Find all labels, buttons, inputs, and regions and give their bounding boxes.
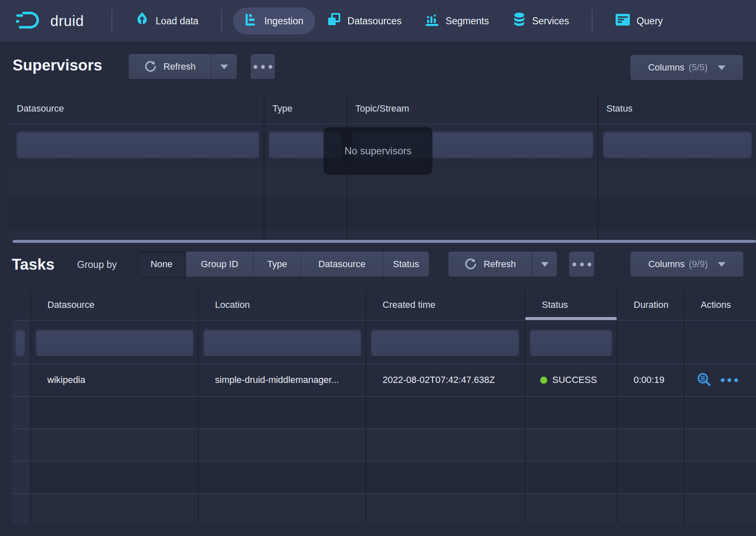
column-divider: [264, 93, 264, 240]
column-header-actions[interactable]: Actions: [684, 289, 756, 320]
group-by-label: Group by: [77, 259, 117, 271]
nav-divider: [592, 10, 593, 32]
task-detail-search-icon[interactable]: [696, 372, 712, 388]
column-header-type[interactable]: Type: [264, 93, 347, 124]
created-time-filter-input[interactable]: [371, 329, 519, 356]
chevron-down-icon: [220, 65, 228, 69]
chevron-down-icon: [718, 262, 725, 267]
nav-label: Load data: [155, 16, 198, 27]
location-cell[interactable]: simple-druid-middlemanager...: [198, 364, 366, 396]
segments-icon: [425, 13, 439, 29]
refresh-icon: [464, 258, 477, 271]
ingestion-icon: [245, 13, 258, 29]
duration-cell[interactable]: 0:00:19: [617, 364, 684, 396]
nav-item-ingestion[interactable]: Ingestion: [233, 8, 315, 34]
column-divider: [684, 289, 684, 523]
hidden-column-filter-input[interactable]: [15, 329, 25, 356]
datasource-filter-input[interactable]: [36, 329, 194, 356]
column-divider: [365, 289, 366, 523]
table-row: [8, 198, 756, 230]
supervisors-refresh-button[interactable]: Refresh: [129, 54, 211, 79]
druid-console: druid Load data Ingestion: [0, 0, 756, 536]
nav-label: Query: [637, 16, 663, 27]
column-divider: [598, 93, 598, 240]
query-icon: [615, 13, 630, 29]
nav-label: Segments: [445, 16, 489, 27]
top-nav: druid Load data Ingestion: [0, 0, 756, 42]
column-header-status[interactable]: Status: [525, 289, 617, 320]
druid-logo-icon: [16, 10, 44, 32]
status-filter-input[interactable]: [603, 131, 752, 158]
no-supervisors-message: No supervisors: [324, 127, 432, 175]
tasks-refresh-button[interactable]: Refresh: [448, 252, 532, 277]
tasks-more-button[interactable]: [569, 252, 594, 277]
column-header-topic-stream[interactable]: Topic/Stream: [347, 93, 598, 124]
supervisors-more-button[interactable]: [251, 54, 275, 79]
header-divider: [12, 320, 756, 320]
column-header-datasource[interactable]: Datasource: [8, 93, 264, 124]
horizontal-scrollbar[interactable]: [13, 240, 756, 243]
actions-cell: [684, 364, 756, 396]
supervisors-columns-button[interactable]: Columns (5/5): [630, 55, 743, 80]
nav-label: Datasources: [347, 16, 401, 27]
group-by-none-button[interactable]: None: [137, 252, 186, 277]
columns-label: Columns: [648, 259, 685, 270]
sort-indicator: [525, 317, 617, 320]
column-header-datasource[interactable]: Datasource: [31, 289, 198, 320]
column-divider: [198, 289, 199, 523]
status-text: SUCCESS: [552, 375, 597, 385]
tasks-table: Datasource Location Created time Status …: [12, 289, 756, 524]
table-row: [31, 429, 756, 461]
nav-item-load-data[interactable]: Load data: [123, 8, 210, 34]
group-by-type-button[interactable]: Type: [254, 252, 301, 277]
datasource-cell[interactable]: wikipedia: [31, 364, 198, 396]
datasources-icon: [327, 13, 341, 29]
refresh-label: Refresh: [484, 259, 516, 270]
nav-item-query[interactable]: Query: [603, 8, 675, 34]
supervisors-table: Datasource Type Topic/Stream Status No s…: [8, 93, 756, 242]
services-icon: [513, 12, 526, 30]
nav-item-services[interactable]: Services: [501, 8, 581, 34]
chevron-down-icon: [718, 65, 725, 70]
status-cell[interactable]: SUCCESS: [525, 364, 617, 396]
column-header-duration[interactable]: Duration: [617, 289, 684, 320]
nav-item-datasources[interactable]: Datasources: [315, 8, 413, 34]
columns-label: Columns: [648, 62, 684, 73]
columns-count: (5/5): [689, 62, 707, 73]
group-by-group-id-button[interactable]: Group ID: [186, 252, 254, 277]
table-row: [31, 397, 756, 429]
column-header-location[interactable]: Location: [198, 289, 366, 320]
datasource-filter-input[interactable]: [16, 131, 259, 158]
supervisors-title: Supervisors: [13, 57, 102, 74]
created-time-cell[interactable]: 2022-08-02T07:42:47.638Z: [366, 364, 525, 396]
task-row-wikipedia[interactable]: wikipedia simple-druid-middlemanager... …: [12, 364, 756, 396]
location-filter-input[interactable]: [203, 329, 361, 356]
druid-logo[interactable]: druid: [16, 10, 84, 32]
task-actions-more-icon[interactable]: [721, 378, 738, 382]
brand-name: druid: [50, 13, 84, 29]
success-status-icon: [540, 377, 547, 384]
status-filter-input[interactable]: [530, 329, 612, 356]
group-by-status-button[interactable]: Status: [383, 252, 429, 277]
nav-item-segments[interactable]: Segments: [413, 8, 501, 34]
column-header-created-time[interactable]: Created time: [366, 289, 525, 320]
refresh-icon: [144, 60, 157, 73]
supervisors-refresh-menu-button[interactable]: [211, 54, 237, 79]
group-by-segmented-control: None Group ID Type Datasource Status: [137, 252, 429, 277]
column-divider: [616, 289, 617, 523]
group-by-datasource-button[interactable]: Datasource: [301, 252, 383, 277]
header-divider: [8, 124, 756, 124]
tasks-refresh-menu-button[interactable]: [532, 252, 557, 277]
nav-divider: [221, 10, 222, 32]
table-row: [8, 230, 756, 240]
more-icon: [572, 263, 591, 266]
tasks-columns-button[interactable]: Columns (9/9): [630, 252, 743, 277]
refresh-label: Refresh: [163, 61, 196, 72]
chevron-down-icon: [541, 262, 549, 267]
columns-count: (9/9): [689, 259, 708, 270]
load-data-icon: [135, 12, 149, 30]
nav-divider: [111, 10, 112, 32]
column-header-status[interactable]: Status: [598, 93, 756, 124]
nav-label: Services: [532, 16, 569, 27]
table-row: [31, 494, 756, 523]
